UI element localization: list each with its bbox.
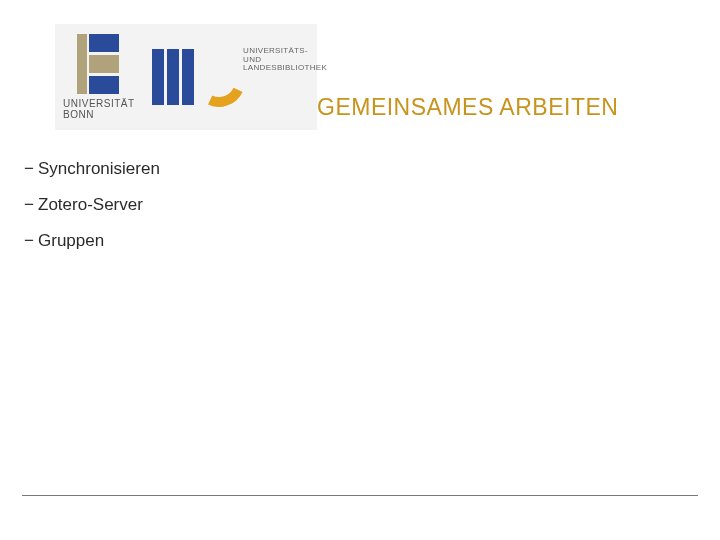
list-item-label: Gruppen: [38, 230, 104, 252]
footer-rule: [22, 495, 698, 496]
logo-block: UNIVERSITÄT BONN UNIVERSITÄTS- UND LANDE…: [55, 24, 317, 130]
ulb-swoosh-icon: [197, 49, 237, 105]
bullet-dash-icon: −: [24, 158, 34, 180]
list-item: − Zotero-Server: [24, 194, 160, 216]
uni-bonn-label: UNIVERSITÄT BONN: [63, 98, 134, 120]
list-item-label: Zotero-Server: [38, 194, 143, 216]
uni-bonn-logo: UNIVERSITÄT BONN: [63, 34, 134, 120]
list-item: − Synchronisieren: [24, 158, 160, 180]
slide-title: GEMEINSAMES ARBEITEN: [317, 94, 618, 121]
uni-bonn-mark-icon: [77, 34, 121, 94]
list-item: − Gruppen: [24, 230, 160, 252]
ulb-line2: UND LANDESBIBLIOTHEK: [243, 56, 333, 74]
bullet-dash-icon: −: [24, 194, 34, 216]
bullet-list: − Synchronisieren − Zotero-Server − Grup…: [24, 158, 160, 266]
ulb-text: UNIVERSITÄTS- UND LANDESBIBLIOTHEK: [243, 47, 333, 73]
slide: UNIVERSITÄT BONN UNIVERSITÄTS- UND LANDE…: [0, 0, 720, 540]
ulb-logo: UNIVERSITÄTS- UND LANDESBIBLIOTHEK: [152, 49, 333, 105]
ulb-bars-icon: [152, 49, 197, 105]
list-item-label: Synchronisieren: [38, 158, 160, 180]
bullet-dash-icon: −: [24, 230, 34, 252]
